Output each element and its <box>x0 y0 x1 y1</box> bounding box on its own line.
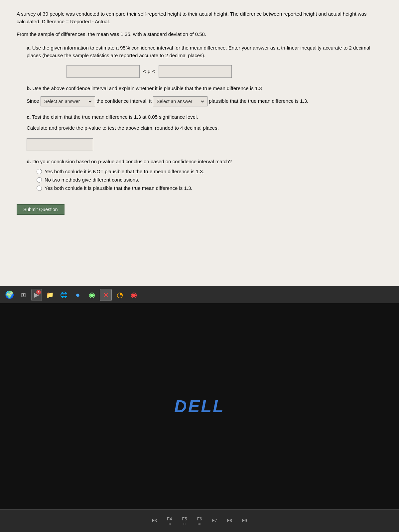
dropdown1-select[interactable]: Select an answer 1.3 is in 1.3 is not in <box>43 98 93 104</box>
radio-option-2[interactable]: No two methods give different conclusion… <box>37 177 382 183</box>
middle-text: the confidence interval, it <box>96 98 152 104</box>
key-f5[interactable]: F5 ⏯ <box>182 516 187 526</box>
end-text: plausible that the true mean difference … <box>209 98 308 104</box>
radio-input-1[interactable] <box>37 169 42 174</box>
key-f7[interactable]: F7 <box>212 518 217 524</box>
intro-text: A survey of 39 people was conducted to c… <box>17 10 382 26</box>
key-f9[interactable]: F9 <box>242 518 247 524</box>
taskbar-app4-icon[interactable]: ◉ <box>128 289 140 301</box>
taskbar-app1-icon[interactable]: ● <box>72 289 84 301</box>
taskbar-app2-icon[interactable]: ◉ <box>86 289 98 301</box>
radio-label-1: Yes both conlude it is NOT plausible tha… <box>45 169 204 174</box>
taskbar-app3-icon[interactable]: ◔ <box>114 289 126 301</box>
radio-label-2: No two methods give different conclusion… <box>45 177 139 183</box>
submit-button[interactable]: Submit Question <box>17 204 65 215</box>
radio-label-3: Yes both conlude it is plausible that th… <box>45 185 192 191</box>
since-text: Since <box>27 98 39 104</box>
taskbar-files-icon[interactable]: 📁 <box>44 289 56 301</box>
radio-option-1[interactable]: Yes both conlude it is NOT plausible tha… <box>37 169 382 174</box>
part-d-label: d. Do your conclusion based on p-value a… <box>27 158 382 165</box>
part-c-label: c. Test the claim that the true mean dif… <box>27 113 382 121</box>
taskbar-browser-icon[interactable]: 🌐 <box>58 289 70 301</box>
part-b-sentence: Since Select an answer 1.3 is in 1.3 is … <box>27 96 382 106</box>
key-f3[interactable]: F3 <box>152 518 157 524</box>
taskbar-start-icon[interactable]: 🌍 <box>3 289 15 301</box>
lower-bound-input[interactable] <box>66 65 140 78</box>
dropdown2-select[interactable]: Select an answer is is not <box>155 98 205 104</box>
taskbar-active-window[interactable]: ▶ 1 <box>31 289 42 301</box>
dropdown1-container[interactable]: Select an answer 1.3 is in 1.3 is not in <box>41 96 95 106</box>
radio-input-3[interactable] <box>37 186 42 191</box>
part-a-label: a. Use the given information to estimate… <box>27 44 382 60</box>
radio-input-2[interactable] <box>37 177 42 183</box>
taskbar-close-icon[interactable]: ✕ <box>100 289 112 301</box>
radio-option-3[interactable]: Yes both conlude it is plausible that th… <box>37 185 382 191</box>
keyboard-area: F3 F4 ⏮ F5 ⏯ F6 ⏭ F7 F8 F9 <box>0 509 399 532</box>
inequality-row: < μ < <box>66 65 382 78</box>
key-f4[interactable]: F4 ⏮ <box>167 516 172 526</box>
mu-symbol: < μ < <box>143 68 155 74</box>
part-c-section: c. Test the claim that the true mean dif… <box>27 113 382 151</box>
sample-info-text: From the sample of differences, the mean… <box>17 30 382 38</box>
p-value-input[interactable] <box>27 138 93 151</box>
part-d-section: d. Do your conclusion based on p-value a… <box>27 158 382 191</box>
dropdown2-container[interactable]: Select an answer is is not <box>153 96 207 106</box>
taskbar: 🌍 ⊞ ▶ 1 📁 🌐 ● ◉ ✕ ◔ ◉ <box>0 286 399 303</box>
part-b-section: b. Use the above confidence interval and… <box>27 84 382 106</box>
dell-logo: DELL <box>174 396 225 416</box>
main-content: A survey of 39 people was conducted to c… <box>0 0 399 286</box>
key-f8[interactable]: F8 <box>227 518 232 524</box>
taskbar-settings-icon[interactable]: ⊞ <box>17 289 29 301</box>
part-b-label: b. Use the above confidence interval and… <box>27 84 382 92</box>
part-a-section: a. Use the given information to estimate… <box>27 44 382 78</box>
desktop-area: DELL <box>0 303 399 509</box>
radio-group: Yes both conlude it is NOT plausible tha… <box>27 169 382 191</box>
key-f6[interactable]: F6 ⏭ <box>197 516 202 526</box>
upper-bound-input[interactable] <box>159 65 232 78</box>
p-value-prompt: Calculate and provide the p-value to tes… <box>27 124 382 132</box>
